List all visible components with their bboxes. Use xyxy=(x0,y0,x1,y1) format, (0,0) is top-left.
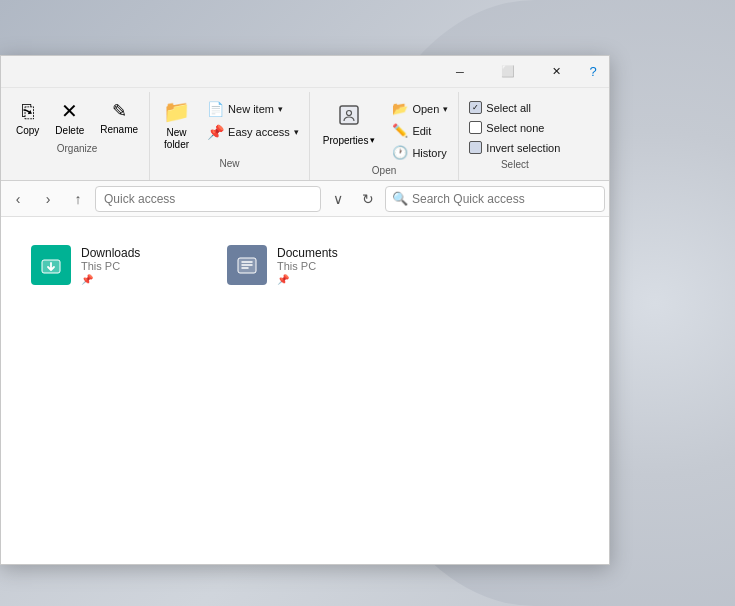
documents-folder-icon xyxy=(227,245,267,285)
ribbon: ⎘ Copy ✕ Delete ✎ Rename Organize xyxy=(1,88,609,181)
select-col: ✓ Select all Select none xyxy=(463,98,566,157)
search-input[interactable] xyxy=(412,192,598,206)
select-group: ✓ Select all Select none xyxy=(459,92,570,180)
address-chevron[interactable]: ∨ xyxy=(325,186,351,212)
new-folder-icon: 📁 xyxy=(163,99,190,125)
content-area: Downloads This PC 📌 Documents This PC 📌 xyxy=(1,217,609,564)
select-all-label: Select all xyxy=(486,102,531,114)
invert-selection-label: Invert selection xyxy=(486,142,560,154)
select-group-label: Select xyxy=(463,159,566,172)
file-info: Downloads This PC 📌 xyxy=(81,246,140,285)
select-none-button[interactable]: Select none xyxy=(463,118,566,137)
new-col: 📄 New item ▾ 📌 Easy access ▾ xyxy=(201,98,305,143)
up-button[interactable]: ↑ xyxy=(65,186,91,212)
easy-access-label: Easy access xyxy=(228,126,290,138)
properties-dropdown-icon: ▾ xyxy=(370,135,375,145)
easy-access-icon: 📌 xyxy=(207,124,224,140)
title-bar: ─ ⬜ ✕ ? xyxy=(1,56,609,88)
properties-button[interactable]: Properties ▾ xyxy=(314,94,385,154)
new-item-label: New item xyxy=(228,103,274,115)
new-group: 📁 Newfolder 📄 New item ▾ 📌 Easy access xyxy=(150,92,310,180)
select-all-button[interactable]: ✓ Select all xyxy=(463,98,566,117)
select-none-label: Select none xyxy=(486,122,544,134)
properties-label: Properties xyxy=(323,135,369,146)
minimize-button[interactable]: ─ xyxy=(437,58,483,86)
title-bar-controls: ─ ⬜ ✕ ? xyxy=(437,58,605,86)
open-col: 📂 Open ▾ ✏️ Edit 🕐 History xyxy=(386,98,454,163)
edit-label: Edit xyxy=(412,125,431,137)
open-dropdown-icon: ▾ xyxy=(443,104,448,114)
search-box[interactable]: 🔍 xyxy=(385,186,605,212)
open-group: Properties ▾ 📂 Open ▾ ✏️ Edit xyxy=(310,92,460,180)
new-folder-label: Newfolder xyxy=(164,127,189,151)
search-icon: 🔍 xyxy=(392,191,408,206)
pin-icon: 📌 xyxy=(81,274,140,285)
properties-icon xyxy=(337,103,361,133)
file-name: Downloads xyxy=(81,246,140,260)
open-label: Open xyxy=(412,103,439,115)
open-group-label: Open xyxy=(314,165,455,178)
back-button[interactable]: ‹ xyxy=(5,186,31,212)
rename-icon: ✎ xyxy=(112,100,127,122)
edit-icon: ✏️ xyxy=(392,123,408,138)
invert-selection-button[interactable]: Invert selection xyxy=(463,138,566,157)
list-item[interactable]: Documents This PC 📌 xyxy=(217,237,397,293)
downloads-folder-icon xyxy=(31,245,71,285)
open-icon: 📂 xyxy=(392,101,408,116)
file-explorer-window: ─ ⬜ ✕ ? ⎘ Copy ✕ Delete xyxy=(0,55,610,565)
history-icon: 🕐 xyxy=(392,145,408,160)
select-all-icon: ✓ xyxy=(469,101,482,114)
delete-icon: ✕ xyxy=(61,99,78,123)
new-item-icon: 📄 xyxy=(207,101,224,117)
maximize-button[interactable]: ⬜ xyxy=(485,58,531,86)
organize-group: ⎘ Copy ✕ Delete ✎ Rename Organize xyxy=(5,92,150,180)
copy-button[interactable]: ⎘ Copy xyxy=(9,95,46,141)
file-info: Documents This PC 📌 xyxy=(277,246,338,285)
history-button[interactable]: 🕐 History xyxy=(386,142,454,163)
address-bar: ‹ › ↑ ∨ ↻ 🔍 xyxy=(1,181,609,217)
rename-label: Rename xyxy=(100,124,138,135)
forward-button[interactable]: › xyxy=(35,186,61,212)
help-button[interactable]: ? xyxy=(581,60,605,84)
organize-group-label: Organize xyxy=(9,143,145,156)
delete-label: Delete xyxy=(55,125,84,136)
address-input[interactable] xyxy=(95,186,321,212)
file-grid: Downloads This PC 📌 Documents This PC 📌 xyxy=(21,237,589,293)
file-name: Documents xyxy=(277,246,338,260)
edit-button[interactable]: ✏️ Edit xyxy=(386,120,454,141)
refresh-button[interactable]: ↻ xyxy=(355,186,381,212)
file-sub: This PC xyxy=(81,260,140,272)
new-item-dropdown-icon: ▾ xyxy=(278,104,283,114)
copy-label: Copy xyxy=(16,125,39,136)
rename-button[interactable]: ✎ Rename xyxy=(93,95,145,140)
history-label: History xyxy=(412,147,446,159)
new-item-button[interactable]: 📄 New item ▾ xyxy=(201,98,305,120)
easy-access-dropdown-icon: ▾ xyxy=(294,127,299,137)
file-sub: This PC xyxy=(277,260,338,272)
new-folder-button[interactable]: 📁 Newfolder xyxy=(154,94,199,156)
new-group-label: New xyxy=(154,158,305,171)
easy-access-button[interactable]: 📌 Easy access ▾ xyxy=(201,121,305,143)
ribbon-row: ⎘ Copy ✕ Delete ✎ Rename Organize xyxy=(5,92,609,180)
close-button[interactable]: ✕ xyxy=(533,58,579,86)
delete-button[interactable]: ✕ Delete xyxy=(48,94,91,141)
select-none-icon xyxy=(469,121,482,134)
pin-icon: 📌 xyxy=(277,274,338,285)
list-item[interactable]: Downloads This PC 📌 xyxy=(21,237,201,293)
copy-icon: ⎘ xyxy=(22,100,34,123)
invert-selection-icon xyxy=(469,141,482,154)
open-button[interactable]: 📂 Open ▾ xyxy=(386,98,454,119)
